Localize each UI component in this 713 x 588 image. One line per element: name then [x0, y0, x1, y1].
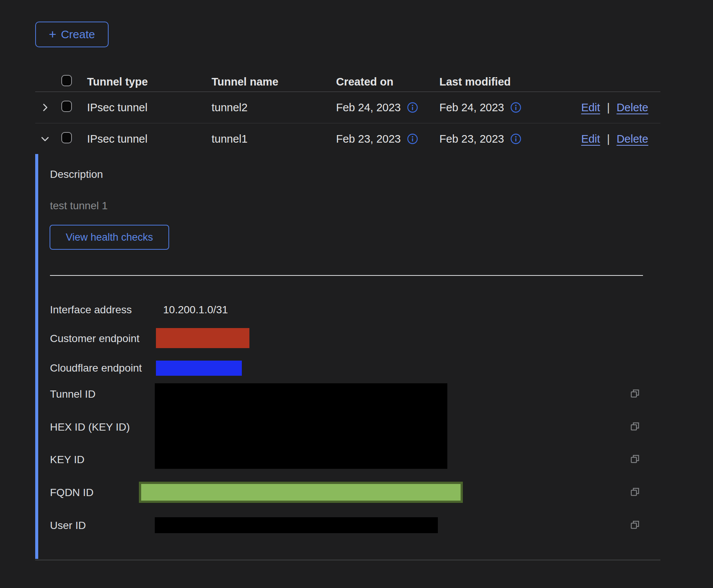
cloudflare-endpoint-redaction	[156, 361, 242, 376]
row-checkbox[interactable]	[61, 101, 72, 112]
created-on-date: Feb 24, 2023	[336, 101, 401, 114]
fqdn-id-redaction	[139, 482, 463, 503]
interface-address-value: 10.200.1.0/31	[163, 304, 228, 316]
customer-endpoint-redaction	[156, 328, 249, 348]
copy-key-id-button[interactable]	[629, 453, 641, 465]
tunnel-detail-panel: Description test tunnel 1 View health ch…	[35, 154, 660, 560]
info-icon[interactable]	[407, 133, 418, 145]
interface-address-label: Interface address	[50, 304, 132, 316]
user-id-label: User ID	[50, 520, 86, 532]
tunnel-id-label: Tunnel ID	[50, 388, 95, 400]
column-header-created-on: Created on	[336, 76, 439, 88]
column-header-last-modified: Last modified	[439, 76, 553, 88]
created-on-date: Feb 23, 2023	[336, 133, 401, 145]
chevron-right-icon[interactable]	[40, 102, 50, 113]
copy-tunnel-id-button[interactable]	[629, 387, 641, 400]
actions-separator: |	[607, 133, 610, 145]
info-icon[interactable]	[407, 102, 418, 113]
view-health-checks-button[interactable]: View health checks	[50, 225, 169, 250]
tunnel-name: tunnel1	[212, 133, 336, 145]
panel-divider	[50, 275, 643, 276]
user-id-redaction	[155, 517, 438, 533]
actions-separator: |	[607, 101, 610, 114]
tunnel-ids-redaction	[155, 383, 447, 469]
select-all-checkbox[interactable]	[61, 75, 72, 86]
customer-endpoint-label: Customer endpoint	[50, 333, 140, 345]
create-button[interactable]: + Create	[35, 22, 109, 47]
tunnel-name: tunnel2	[212, 101, 336, 114]
copy-icon	[629, 486, 641, 498]
table-row: IPsec tunnel tunnel1 Feb 23, 2023 Feb 23…	[35, 123, 660, 154]
delete-link[interactable]: Delete	[616, 133, 648, 145]
chevron-down-icon[interactable]	[40, 134, 50, 144]
column-header-tunnel-type: Tunnel type	[87, 76, 212, 88]
plus-icon: +	[49, 28, 56, 40]
delete-link[interactable]: Delete	[616, 101, 648, 114]
last-modified-date: Feb 24, 2023	[439, 101, 504, 114]
expanded-row-indicator-bar	[35, 154, 38, 559]
description-value: test tunnel 1	[50, 200, 108, 212]
cloudflare-endpoint-label: Cloudflare endpoint	[50, 362, 142, 374]
tunnels-page: + Create Tunnel type Tunnel name Created…	[0, 0, 713, 588]
info-icon[interactable]	[510, 102, 522, 113]
column-header-tunnel-name: Tunnel name	[212, 76, 336, 88]
table-row: IPsec tunnel tunnel2 Feb 24, 2023 Feb 24…	[35, 92, 660, 123]
copy-icon	[629, 388, 641, 399]
edit-link[interactable]: Edit	[581, 133, 600, 145]
key-id-label: KEY ID	[50, 454, 84, 466]
last-modified-date: Feb 23, 2023	[439, 133, 504, 145]
create-button-label: Create	[61, 28, 95, 41]
fqdn-id-label: FQDN ID	[50, 487, 93, 499]
tunnel-type: IPsec tunnel	[87, 101, 212, 114]
header-checkbox-cell	[61, 75, 87, 89]
table-header-row: Tunnel type Tunnel name Created on Last …	[35, 72, 660, 92]
copy-hex-id-button[interactable]	[629, 420, 641, 433]
panel-bottom-divider	[35, 560, 660, 560]
description-label: Description	[50, 168, 103, 180]
tunnel-type: IPsec tunnel	[87, 133, 212, 145]
copy-fqdn-id-button[interactable]	[629, 485, 641, 498]
tunnels-table: Tunnel type Tunnel name Created on Last …	[35, 72, 660, 154]
copy-user-id-button[interactable]	[629, 518, 641, 531]
copy-icon	[629, 453, 641, 465]
row-checkbox[interactable]	[61, 132, 72, 143]
copy-icon	[629, 519, 641, 530]
hex-id-label: HEX ID (KEY ID)	[50, 421, 130, 433]
copy-icon	[629, 421, 641, 432]
info-icon[interactable]	[510, 133, 522, 145]
edit-link[interactable]: Edit	[581, 101, 600, 114]
